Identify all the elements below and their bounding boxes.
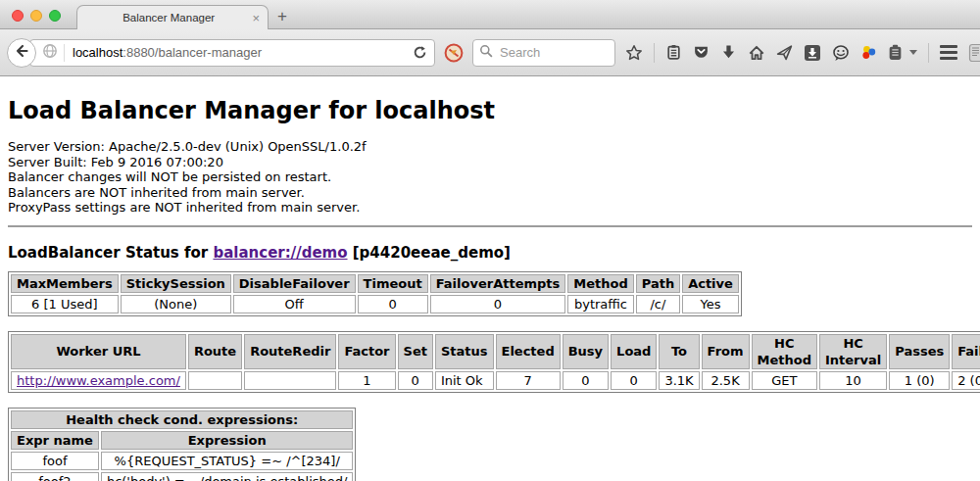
server-info: Server Version: Apache/2.5.0-dev (Unix) … (8, 139, 972, 216)
url-host: localhost (73, 45, 122, 60)
tab-close-icon[interactable]: × (252, 12, 260, 24)
cell-load: 0 (611, 371, 657, 390)
cell-from: 2.5K (702, 371, 750, 390)
col-hc-method: HC Method (752, 334, 817, 369)
table-row: foof %{REQUEST_STATUS} =~ /^[234]/ (11, 452, 353, 470)
cell-method: bytraffic (567, 295, 633, 313)
balancer-demo-link[interactable]: balancer://demo (213, 244, 347, 262)
url-text[interactable]: localhost:8880/balancer-manager (73, 45, 408, 60)
overflow-caret-icon[interactable] (909, 50, 917, 55)
hc-table-title: Health check cond. expressions: (11, 410, 353, 429)
url-bar[interactable]: localhost:8880/balancer-manager (29, 39, 435, 67)
menu-icon[interactable] (940, 45, 957, 60)
col-route: Route (188, 334, 242, 369)
cell-route (188, 371, 242, 390)
table-header-row: Worker URL Route RouteRedir Factor Set S… (11, 334, 980, 369)
col-passes: Passes (889, 334, 950, 369)
balancer-summary-table: MaxMembers StickySession DisableFailover… (8, 271, 742, 316)
cell-stickysession: (None) (121, 295, 231, 313)
new-tab-button[interactable]: + (277, 7, 287, 26)
cell-hc-method: GET (752, 371, 817, 390)
cell-expression: %{REQUEST_STATUS} =~ /^[234]/ (101, 452, 354, 470)
col-load: Load (611, 334, 657, 369)
col-active: Active (682, 274, 739, 293)
cell-expr-name: foof2 (11, 472, 99, 481)
section-divider (8, 225, 972, 227)
col-routeredir: RouteRedir (244, 334, 336, 369)
balancer-heading-suffix: [p4420eeae_demo] (348, 244, 511, 262)
col-failoverattempts: FailoverAttempts (430, 274, 566, 293)
search-input[interactable] (498, 44, 609, 61)
balancer-heading-prefix: LoadBalancer Status for (8, 244, 213, 262)
zoom-window-button[interactable] (49, 10, 61, 22)
col-set: Set (398, 334, 433, 369)
bookmarks-list-icon[interactable] (665, 44, 682, 61)
cell-expr-name: foof (11, 452, 99, 470)
col-maxmembers: MaxMembers (11, 274, 119, 293)
table-title-row: Health check cond. expressions: (11, 410, 353, 429)
table-row: 6 [1 Used] (None) Off 0 0 bytraffic /c/ … (11, 295, 739, 313)
cell-set: 0 (398, 371, 433, 390)
col-elected: Elected (496, 334, 561, 369)
cell-busy: 0 (563, 371, 609, 390)
toolbar-icons (625, 43, 980, 63)
table-header-row: MaxMembers StickySession DisableFailover… (11, 274, 739, 293)
tab-balancer-manager[interactable]: Balancer Manager × (76, 5, 269, 29)
container-extension-icon[interactable] (888, 44, 903, 61)
close-window-button[interactable] (12, 10, 24, 22)
hello-share-icon[interactable] (776, 44, 793, 61)
back-arrow-icon (14, 43, 29, 63)
cell-status: Init Ok (435, 371, 494, 390)
page-content: Load Balancer Manager for localhost Serv… (0, 76, 980, 481)
window-controls (12, 10, 61, 22)
col-hc-interval: HC Interval (819, 334, 887, 369)
search-icon (479, 44, 493, 62)
download-manager-extension-icon[interactable] (804, 44, 821, 62)
cell-maxmembers: 6 [1 Used] (11, 295, 119, 313)
bookmark-star-icon[interactable] (625, 44, 643, 62)
colored-dots-extension-icon[interactable] (860, 44, 877, 61)
worker-url-link[interactable]: http://www.example.com/ (17, 373, 180, 388)
cell-fails: 2 (0) (952, 371, 980, 390)
toolbar-separator (928, 43, 929, 63)
col-busy: Busy (563, 334, 609, 369)
chat-smiley-extension-icon[interactable] (832, 44, 850, 62)
pocket-icon[interactable] (693, 44, 710, 61)
cell-timeout: 0 (358, 295, 428, 313)
cell-active: Yes (682, 295, 739, 313)
cell-elected: 7 (496, 371, 561, 390)
cell-routeredir (244, 371, 336, 390)
search-bar[interactable] (472, 39, 615, 67)
table-row: http://www.example.com/ 1 0 Init Ok 7 0 … (11, 371, 980, 390)
cell-factor: 1 (338, 371, 395, 390)
minimize-window-button[interactable] (30, 10, 42, 22)
col-to: To (659, 334, 699, 369)
cell-expression: hc('body') =~ /domain is established/ (101, 472, 354, 481)
col-factor: Factor (338, 334, 395, 369)
tab-groups-icon[interactable] (968, 43, 980, 63)
titlebar: Balancer Manager × + (0, 0, 980, 29)
col-expression: Expression (101, 431, 354, 450)
flash-block-extension-icon[interactable] (444, 43, 464, 63)
col-fails: Fails (952, 334, 980, 369)
home-icon[interactable] (748, 44, 765, 62)
table-row: foof2 hc('body') =~ /domain is establish… (11, 472, 353, 481)
back-button[interactable] (7, 38, 36, 68)
col-stickysession: StickySession (121, 274, 231, 293)
balancer-status-heading: LoadBalancer Status for balancer://demo … (8, 244, 972, 262)
server-built-line: Server Built: Feb 9 2016 07:00:20 (8, 155, 972, 170)
col-worker-url: Worker URL (11, 334, 186, 369)
proxypass-notice-line: ProxyPass settings are NOT inherited fro… (8, 200, 972, 216)
toolbar-separator (654, 43, 655, 63)
cell-hc-interval: 10 (819, 371, 887, 390)
reload-button[interactable] (412, 44, 428, 61)
cell-passes: 1 (0) (889, 371, 950, 390)
col-from: From (702, 334, 750, 369)
table-header-row: Expr name Expression (11, 431, 353, 450)
cell-to: 3.1K (659, 371, 699, 390)
server-version-line: Server Version: Apache/2.5.0-dev (Unix) … (8, 139, 972, 155)
cell-worker-url: http://www.example.com/ (11, 371, 186, 390)
health-check-table: Health check cond. expressions: Expr nam… (8, 408, 356, 481)
downloads-icon[interactable] (720, 44, 737, 61)
inherit-notice-line: Balancers are NOT inherited from main se… (8, 185, 972, 201)
